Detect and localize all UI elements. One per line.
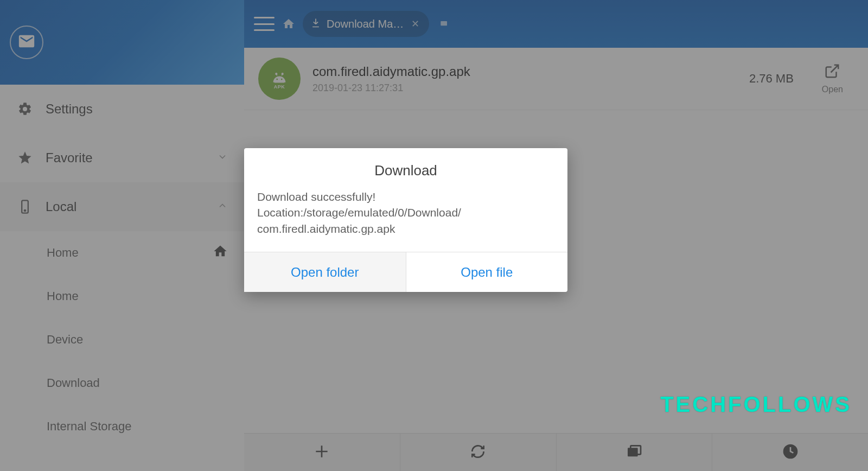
dialog-title: Download (244, 148, 567, 189)
open-file-button[interactable]: Open file (406, 252, 568, 292)
dialog-actions: Open folder Open file (244, 252, 567, 292)
dialog-body: Download successfully! Location:/storage… (244, 189, 567, 252)
watermark: TECHFOLLOWS (660, 392, 852, 417)
dialog-line1: Download successfully! (257, 189, 554, 205)
dialog-line3: com.firedl.aidymatic.gp.apk (257, 221, 554, 237)
dialog-line2: Location:/storage/emulated/0/Download/ (257, 205, 554, 220)
download-dialog: Download Download successfully! Location… (244, 148, 567, 292)
app-root: Settings Favorite Local Home (0, 0, 868, 471)
open-folder-button[interactable]: Open folder (244, 252, 406, 292)
